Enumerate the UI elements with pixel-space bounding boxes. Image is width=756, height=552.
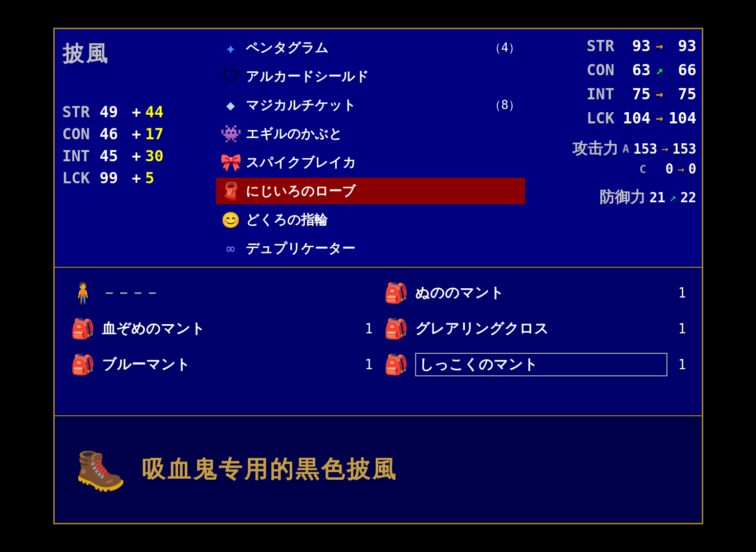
int-bonus: 30 bbox=[145, 147, 166, 165]
str-sep: + bbox=[132, 103, 141, 121]
lck-bonus: 5 bbox=[145, 169, 166, 187]
inv-item-blue-mantle[interactable]: 🎒 ブルーマント 1 bbox=[70, 350, 373, 379]
lck-label: LCK bbox=[62, 169, 96, 187]
right-int-val1: 75 bbox=[622, 85, 651, 103]
equip-count-0: （4） bbox=[489, 39, 521, 56]
inv-name-blood-mantle: 血ぞめのマント bbox=[102, 319, 354, 338]
inv-icon-blood-mantle: 🎒 bbox=[70, 316, 96, 342]
equip-icon-2: ◆ bbox=[220, 94, 242, 116]
equip-name-1: アルカードシールド bbox=[246, 68, 512, 86]
lck-stat-row: LCK 99 + 5 bbox=[62, 169, 206, 187]
equip-item-6[interactable]: 😊 どくろの指輪 bbox=[216, 206, 525, 233]
equip-icon-5: 🧣 bbox=[220, 180, 242, 202]
equip-item-2[interactable]: ◆ マジカルチケット （8） bbox=[216, 92, 525, 118]
attack-row-a: 攻击力 A 153 → 153 bbox=[533, 138, 697, 159]
inv-count-nu-mantle: 1 bbox=[674, 285, 686, 301]
inv-icon-nu-mantle: 🎒 bbox=[383, 280, 409, 306]
inv-count-blue-mantle: 1 bbox=[360, 357, 373, 372]
right-str-val1: 93 bbox=[622, 37, 651, 55]
attack-row-c: C 0 → 0 bbox=[533, 161, 697, 177]
desc-icon: 🥾 bbox=[75, 444, 126, 495]
inv-icon-jet-mantle: 🎒 bbox=[383, 352, 409, 377]
str-label: STR bbox=[62, 103, 96, 121]
equip-count-2: （8） bbox=[489, 97, 521, 113]
inv-count-jet-mantle: 1 bbox=[674, 357, 686, 372]
equip-name-7: デュプリケーター bbox=[246, 240, 512, 258]
con-sep: + bbox=[132, 125, 141, 143]
middle-panel: 🧍 －－－－ 🎒 血ぞめのマント 1 🎒 ブルーマント 1 🎒 ぬののマント bbox=[55, 268, 702, 416]
inv-icon-blue-mantle: 🎒 bbox=[70, 352, 96, 377]
attack-c-arrow: → bbox=[678, 163, 684, 176]
right-int-row: INT 75 → 75 bbox=[533, 85, 697, 103]
equip-icon-3: 👾 bbox=[220, 123, 242, 144]
top-panel: 披風 STR 49 + 44 CON 46 + 17 INT 45 + 30 L… bbox=[55, 29, 702, 268]
right-lck-arrow: → bbox=[656, 111, 663, 125]
right-con-row: CON 63 ↗ 66 bbox=[533, 61, 697, 79]
bottom-panel: 🥾 吸血鬼专用的黒色披風 bbox=[55, 416, 702, 523]
equip-item-0[interactable]: ✦ ペンタグラム （4） bbox=[216, 34, 525, 61]
attack-c-val2: 0 bbox=[688, 161, 697, 177]
right-str-val2: 93 bbox=[668, 37, 697, 55]
attack-a-arrow: → bbox=[661, 142, 668, 155]
attack-a-val2: 153 bbox=[673, 141, 697, 157]
inv-icon-glaring-cross: 🎒 bbox=[383, 316, 409, 342]
equip-icon-6: 😊 bbox=[220, 209, 242, 230]
equipment-list: ✦ ペンタグラム （4） 🛡 アルカードシールド ◆ マジカルチケット （8） … bbox=[213, 29, 528, 267]
str-bonus: 44 bbox=[145, 103, 166, 121]
inv-name-jet-mantle: しっこくのマント bbox=[415, 353, 667, 376]
lck-sep: + bbox=[132, 169, 141, 187]
equip-name-6: どくろの指輪 bbox=[246, 211, 512, 229]
inv-count-glaring-cross: 1 bbox=[674, 321, 686, 336]
inv-column-left: 🧍 －－－－ 🎒 血ぞめのマント 1 🎒 ブルーマント 1 bbox=[70, 278, 373, 405]
inv-item-blood-mantle[interactable]: 🎒 血ぞめのマント 1 bbox=[70, 314, 373, 344]
str-base: 49 bbox=[100, 103, 128, 121]
int-base: 45 bbox=[100, 147, 128, 165]
equip-item-4[interactable]: 🎀 スパイクブレイカ bbox=[216, 149, 525, 176]
defense-row: 防御力 21 ↗ 22 bbox=[533, 187, 697, 208]
right-lck-row: LCK 104 → 104 bbox=[533, 109, 697, 127]
right-str-row: STR 93 → 93 bbox=[533, 37, 697, 55]
defense-arrow: ↗ bbox=[669, 191, 676, 204]
inv-placeholder: 🧍 －－－－ bbox=[70, 278, 373, 308]
con-label: CON bbox=[62, 125, 96, 143]
right-str-label: STR bbox=[587, 37, 617, 55]
int-label: INT bbox=[62, 147, 96, 165]
right-lck-val2: 104 bbox=[668, 109, 697, 127]
attack-c-label: C bbox=[639, 163, 646, 176]
lck-base: 99 bbox=[100, 169, 128, 187]
equip-icon-7: ∞ bbox=[220, 238, 242, 259]
equip-item-1[interactable]: 🛡 アルカードシールド bbox=[216, 63, 525, 90]
con-base: 46 bbox=[100, 125, 128, 143]
equip-item-7[interactable]: ∞ デュプリケーター bbox=[216, 235, 525, 262]
inv-count-blood-mantle: 1 bbox=[360, 321, 373, 336]
inv-column-right: 🎒 ぬののマント 1 🎒 グレアリングクロス 1 🎒 しっこくのマント 1 bbox=[383, 278, 686, 405]
inv-item-jet-mantle[interactable]: 🎒 しっこくのマント 1 bbox=[383, 350, 686, 379]
right-lck-label: LCK bbox=[587, 109, 617, 127]
con-bonus: 17 bbox=[145, 125, 166, 143]
str-stat-row: STR 49 + 44 bbox=[62, 103, 206, 121]
attack-a-val1: 153 bbox=[633, 141, 657, 157]
inv-item-glaring-cross[interactable]: 🎒 グレアリングクロス 1 bbox=[383, 314, 686, 344]
desc-text: 吸血鬼专用的黒色披風 bbox=[142, 454, 398, 485]
defense-label: 防御力 bbox=[599, 187, 645, 208]
right-con-label: CON bbox=[587, 61, 617, 79]
equip-name-3: エギルのかぶと bbox=[246, 125, 512, 143]
right-lck-val1: 104 bbox=[622, 109, 651, 127]
defense-val2: 22 bbox=[680, 190, 696, 205]
inv-name-blue-mantle: ブルーマント bbox=[102, 355, 354, 374]
int-stat-row: INT 45 + 30 bbox=[62, 147, 206, 165]
inv-name-placeholder: －－－－ bbox=[102, 283, 373, 303]
equip-icon-1: 🛡 bbox=[220, 66, 242, 87]
right-con-val2: 66 bbox=[668, 61, 697, 79]
right-int-arrow: → bbox=[656, 87, 663, 101]
equip-item-3[interactable]: 👾 エギルのかぶと bbox=[216, 120, 525, 147]
equip-icon-0: ✦ bbox=[220, 37, 242, 58]
equip-name-5: にじいろのローブ bbox=[246, 182, 512, 200]
equip-name-4: スパイクブレイカ bbox=[246, 154, 512, 172]
left-stats: 披風 STR 49 + 44 CON 46 + 17 INT 45 + 30 L… bbox=[55, 29, 213, 267]
inv-item-nu-mantle[interactable]: 🎒 ぬののマント 1 bbox=[383, 278, 686, 308]
character-name: 披風 bbox=[62, 39, 206, 68]
equip-item-5[interactable]: 🧣 にじいろのローブ bbox=[216, 178, 525, 204]
equip-icon-4: 🎀 bbox=[220, 152, 242, 173]
inv-name-glaring-cross: グレアリングクロス bbox=[415, 319, 667, 338]
